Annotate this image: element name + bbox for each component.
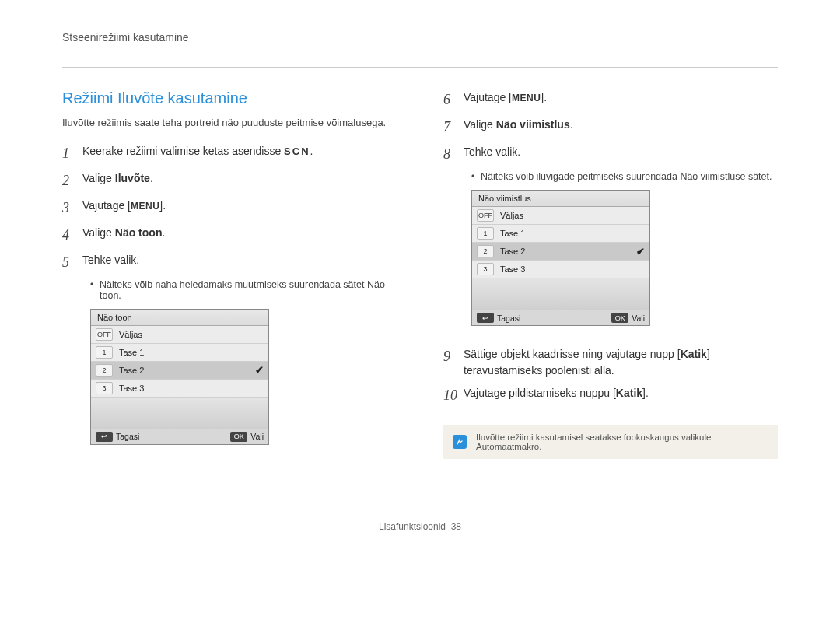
menu-icon: MENU [131,201,159,212]
step-6: 6 Vajutage [MENU]. [443,89,778,110]
step-number: 9 [443,346,464,367]
step-text: Valige [464,118,496,131]
ui-option-2[interactable]: 2 Tase 2 ✔ [472,243,649,261]
step-2: 2 Valige Iluvõte. [62,170,397,191]
step-number: 5 [62,252,82,273]
ui-spacer [91,398,268,429]
step-number: 3 [62,198,82,219]
ui-footer: ↩ Tagasi OK Vali [91,429,268,444]
step-text: Valige [82,172,115,184]
page-footer: Lisafunktsioonid 38 [62,521,778,532]
footer-page: 38 [451,521,461,532]
off-icon: OFF [96,328,113,341]
ok-label: Vali [250,432,264,441]
step-number: 1 [62,143,82,164]
level-icon: 1 [96,346,113,359]
ui-option-off[interactable]: OFF Väljas [472,207,649,225]
left-column: Režiimi Iluvõte kasutamine Iluvõtte reži… [62,89,397,459]
step-text: Sättige objekt kaadrisse ning vajutage n… [464,348,681,360]
page-heading: Režiimi Iluvõte kasutamine [62,89,397,107]
step-text: Tehke valik. [464,144,778,160]
ui-option-label: Väljas [500,211,523,220]
ui-footer: ↩ Tagasi OK Vali [472,310,649,325]
step-text-post: . [162,226,165,239]
step-5-bullet: • Näiteks võib naha heledamaks muutmisek… [90,279,397,301]
step-text-post: . [310,145,313,157]
back-label: Tagasi [116,432,139,441]
step-number: 4 [62,225,82,246]
back-icon[interactable]: ↩ [477,313,494,323]
ui-option-label: Tase 3 [500,264,525,274]
footer-label: Lisafunktsioonid [379,521,446,532]
ui-option-label: Väljas [119,330,142,339]
step-5: 5 Tehke valik. [62,252,397,273]
step-10: 10 Vajutage pildistamiseks nuppu [Katik]… [443,385,778,406]
ui-title: Näo toon [91,310,268,326]
step-7: 7 Valige Näo viimistlus. [443,117,778,138]
step-text-post: ]. [541,91,547,103]
step-number: 10 [443,385,464,406]
ui-option-1[interactable]: 1 Tase 1 [472,225,649,243]
right-column: 6 Vajutage [MENU]. 7 Valige Näo viimistl… [443,89,778,459]
divider [62,67,778,68]
step-text: Vajutage [ [464,91,512,103]
step-8-bullet: • Näiteks võib iluvigade peitmiseks suur… [471,171,778,182]
step-text: Vajutage [ [82,199,131,212]
bullet-text: Näiteks võib iluvigade peitmiseks suuren… [481,171,772,182]
step-text-post: . [570,118,573,131]
step-number: 7 [443,117,464,138]
step-text-bold: Näo toon [115,226,163,239]
ui-option-1[interactable]: 1 Tase 1 [91,344,268,362]
bullet-text: Näiteks võib naha heledamaks muutmiseks … [100,279,397,301]
step-number: 8 [443,144,464,165]
step-8: 8 Tehke valik. [443,144,778,165]
menu-icon: MENU [512,93,541,103]
step-text-post: ]. [642,387,649,399]
step-3: 3 Vajutage [MENU]. [62,198,397,219]
camera-ui-nao-toon: Näo toon OFF Väljas 1 Tase 1 2 Tase 2 ✔ … [90,309,269,445]
level-icon: 1 [477,227,494,240]
ok-icon[interactable]: OK [230,432,247,442]
ui-option-3[interactable]: 3 Tase 3 [91,380,268,398]
step-9: 9 Sättige objekt kaadrisse ning vajutage… [443,346,778,379]
ok-icon[interactable]: OK [611,313,628,323]
step-text: Vajutage pildistamiseks nuppu [ [464,387,616,399]
check-icon: ✔ [636,246,645,257]
ui-option-label: Tase 3 [119,384,144,393]
ui-option-label: Tase 1 [119,348,144,357]
level-icon: 3 [96,382,113,394]
scn-icon: SCN [284,145,310,157]
ok-label: Vali [632,313,645,323]
step-text: Valige [82,226,115,239]
off-icon: OFF [477,209,494,222]
intro-text: Iluvõtte režiimis saate teha portreid nä… [62,115,397,131]
level-icon: 3 [477,263,494,275]
level-icon: 2 [477,245,494,257]
step-text-post: ]. [159,199,166,212]
ui-option-label: Tase 2 [119,366,144,375]
ui-option-label: Tase 2 [500,247,525,256]
step-text-bold: Iluvõte [115,172,150,184]
ui-spacer [472,278,649,310]
step-number: 6 [443,89,464,110]
level-icon: 2 [96,364,113,377]
step-text-bold: Katik [681,348,707,360]
step-number: 2 [62,170,82,191]
info-icon [453,435,467,449]
step-4: 4 Valige Näo toon. [62,225,397,246]
step-text: Tehke valik. [82,252,397,268]
step-1: 1 Keerake režiimi valimise ketas asendis… [62,143,397,164]
ui-option-3[interactable]: 3 Tase 3 [472,261,649,278]
step-text-bold: Näo viimistlus [496,118,570,131]
note-box: Iluvõtte režiimi kasutamisel seatakse fo… [443,425,778,459]
section-label: Stseenirežiimi kasutamine [62,31,778,44]
check-icon: ✔ [255,364,264,376]
step-text-bold: Katik [616,387,642,399]
ui-title: Näo viimistlus [472,191,649,207]
ui-option-2[interactable]: 2 Tase 2 ✔ [91,362,268,380]
back-icon[interactable]: ↩ [96,432,113,442]
step-text-post: . [150,172,153,184]
back-label: Tagasi [497,313,520,323]
ui-option-off[interactable]: OFF Väljas [91,326,268,344]
note-text: Iluvõtte režiimi kasutamisel seatakse fo… [476,433,768,451]
